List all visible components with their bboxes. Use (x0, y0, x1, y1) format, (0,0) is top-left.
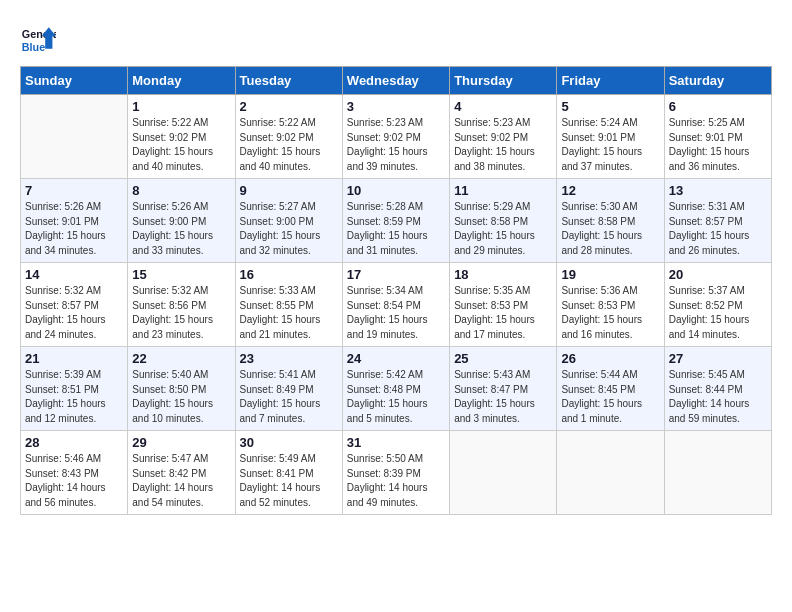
day-info: Sunrise: 5:23 AM Sunset: 9:02 PM Dayligh… (454, 116, 552, 174)
day-number: 30 (240, 435, 338, 450)
day-info: Sunrise: 5:36 AM Sunset: 8:53 PM Dayligh… (561, 284, 659, 342)
day-number: 13 (669, 183, 767, 198)
calendar-cell: 20Sunrise: 5:37 AM Sunset: 8:52 PM Dayli… (664, 263, 771, 347)
calendar-cell: 13Sunrise: 5:31 AM Sunset: 8:57 PM Dayli… (664, 179, 771, 263)
day-number: 7 (25, 183, 123, 198)
calendar-cell: 10Sunrise: 5:28 AM Sunset: 8:59 PM Dayli… (342, 179, 449, 263)
day-info: Sunrise: 5:41 AM Sunset: 8:49 PM Dayligh… (240, 368, 338, 426)
day-number: 26 (561, 351, 659, 366)
calendar-cell: 9Sunrise: 5:27 AM Sunset: 9:00 PM Daylig… (235, 179, 342, 263)
header: General Blue (20, 20, 772, 56)
calendar-cell: 6Sunrise: 5:25 AM Sunset: 9:01 PM Daylig… (664, 95, 771, 179)
day-info: Sunrise: 5:26 AM Sunset: 9:00 PM Dayligh… (132, 200, 230, 258)
calendar-cell: 29Sunrise: 5:47 AM Sunset: 8:42 PM Dayli… (128, 431, 235, 515)
day-info: Sunrise: 5:37 AM Sunset: 8:52 PM Dayligh… (669, 284, 767, 342)
calendar-cell: 27Sunrise: 5:45 AM Sunset: 8:44 PM Dayli… (664, 347, 771, 431)
day-number: 21 (25, 351, 123, 366)
calendar-week-row: 7Sunrise: 5:26 AM Sunset: 9:01 PM Daylig… (21, 179, 772, 263)
day-number: 31 (347, 435, 445, 450)
day-number: 22 (132, 351, 230, 366)
day-info: Sunrise: 5:22 AM Sunset: 9:02 PM Dayligh… (132, 116, 230, 174)
day-number: 5 (561, 99, 659, 114)
day-number: 4 (454, 99, 552, 114)
calendar-cell: 26Sunrise: 5:44 AM Sunset: 8:45 PM Dayli… (557, 347, 664, 431)
calendar-cell: 5Sunrise: 5:24 AM Sunset: 9:01 PM Daylig… (557, 95, 664, 179)
day-number: 16 (240, 267, 338, 282)
calendar-cell: 22Sunrise: 5:40 AM Sunset: 8:50 PM Dayli… (128, 347, 235, 431)
logo: General Blue (20, 20, 60, 56)
day-info: Sunrise: 5:39 AM Sunset: 8:51 PM Dayligh… (25, 368, 123, 426)
calendar-header-monday: Monday (128, 67, 235, 95)
day-number: 24 (347, 351, 445, 366)
day-number: 23 (240, 351, 338, 366)
day-number: 18 (454, 267, 552, 282)
calendar-header-friday: Friday (557, 67, 664, 95)
day-number: 17 (347, 267, 445, 282)
day-number: 14 (25, 267, 123, 282)
calendar-table: SundayMondayTuesdayWednesdayThursdayFrid… (20, 66, 772, 515)
day-info: Sunrise: 5:25 AM Sunset: 9:01 PM Dayligh… (669, 116, 767, 174)
day-number: 8 (132, 183, 230, 198)
calendar-cell (664, 431, 771, 515)
day-number: 10 (347, 183, 445, 198)
calendar-week-row: 1Sunrise: 5:22 AM Sunset: 9:02 PM Daylig… (21, 95, 772, 179)
calendar-cell: 16Sunrise: 5:33 AM Sunset: 8:55 PM Dayli… (235, 263, 342, 347)
day-info: Sunrise: 5:32 AM Sunset: 8:56 PM Dayligh… (132, 284, 230, 342)
calendar-week-row: 28Sunrise: 5:46 AM Sunset: 8:43 PM Dayli… (21, 431, 772, 515)
day-info: Sunrise: 5:42 AM Sunset: 8:48 PM Dayligh… (347, 368, 445, 426)
day-number: 25 (454, 351, 552, 366)
day-number: 12 (561, 183, 659, 198)
day-info: Sunrise: 5:28 AM Sunset: 8:59 PM Dayligh… (347, 200, 445, 258)
calendar-cell: 31Sunrise: 5:50 AM Sunset: 8:39 PM Dayli… (342, 431, 449, 515)
calendar-header-row: SundayMondayTuesdayWednesdayThursdayFrid… (21, 67, 772, 95)
day-info: Sunrise: 5:47 AM Sunset: 8:42 PM Dayligh… (132, 452, 230, 510)
day-number: 11 (454, 183, 552, 198)
calendar-cell: 3Sunrise: 5:23 AM Sunset: 9:02 PM Daylig… (342, 95, 449, 179)
day-info: Sunrise: 5:23 AM Sunset: 9:02 PM Dayligh… (347, 116, 445, 174)
calendar-cell (557, 431, 664, 515)
day-info: Sunrise: 5:26 AM Sunset: 9:01 PM Dayligh… (25, 200, 123, 258)
calendar-cell: 28Sunrise: 5:46 AM Sunset: 8:43 PM Dayli… (21, 431, 128, 515)
day-number: 3 (347, 99, 445, 114)
calendar-cell: 2Sunrise: 5:22 AM Sunset: 9:02 PM Daylig… (235, 95, 342, 179)
calendar-cell: 7Sunrise: 5:26 AM Sunset: 9:01 PM Daylig… (21, 179, 128, 263)
day-info: Sunrise: 5:32 AM Sunset: 8:57 PM Dayligh… (25, 284, 123, 342)
calendar-week-row: 14Sunrise: 5:32 AM Sunset: 8:57 PM Dayli… (21, 263, 772, 347)
calendar-cell: 1Sunrise: 5:22 AM Sunset: 9:02 PM Daylig… (128, 95, 235, 179)
day-info: Sunrise: 5:27 AM Sunset: 9:00 PM Dayligh… (240, 200, 338, 258)
day-info: Sunrise: 5:44 AM Sunset: 8:45 PM Dayligh… (561, 368, 659, 426)
calendar-cell: 23Sunrise: 5:41 AM Sunset: 8:49 PM Dayli… (235, 347, 342, 431)
day-number: 6 (669, 99, 767, 114)
calendar-cell: 17Sunrise: 5:34 AM Sunset: 8:54 PM Dayli… (342, 263, 449, 347)
calendar-body: 1Sunrise: 5:22 AM Sunset: 9:02 PM Daylig… (21, 95, 772, 515)
day-info: Sunrise: 5:40 AM Sunset: 8:50 PM Dayligh… (132, 368, 230, 426)
calendar-cell: 14Sunrise: 5:32 AM Sunset: 8:57 PM Dayli… (21, 263, 128, 347)
logo-icon: General Blue (20, 20, 56, 56)
day-info: Sunrise: 5:24 AM Sunset: 9:01 PM Dayligh… (561, 116, 659, 174)
calendar-header-saturday: Saturday (664, 67, 771, 95)
day-info: Sunrise: 5:35 AM Sunset: 8:53 PM Dayligh… (454, 284, 552, 342)
calendar-header-tuesday: Tuesday (235, 67, 342, 95)
day-info: Sunrise: 5:50 AM Sunset: 8:39 PM Dayligh… (347, 452, 445, 510)
day-number: 15 (132, 267, 230, 282)
calendar-header-wednesday: Wednesday (342, 67, 449, 95)
calendar-cell: 24Sunrise: 5:42 AM Sunset: 8:48 PM Dayli… (342, 347, 449, 431)
day-info: Sunrise: 5:49 AM Sunset: 8:41 PM Dayligh… (240, 452, 338, 510)
day-info: Sunrise: 5:34 AM Sunset: 8:54 PM Dayligh… (347, 284, 445, 342)
day-info: Sunrise: 5:30 AM Sunset: 8:58 PM Dayligh… (561, 200, 659, 258)
day-number: 2 (240, 99, 338, 114)
calendar-cell (21, 95, 128, 179)
day-number: 20 (669, 267, 767, 282)
day-number: 19 (561, 267, 659, 282)
day-number: 29 (132, 435, 230, 450)
calendar-cell (450, 431, 557, 515)
day-info: Sunrise: 5:43 AM Sunset: 8:47 PM Dayligh… (454, 368, 552, 426)
day-info: Sunrise: 5:45 AM Sunset: 8:44 PM Dayligh… (669, 368, 767, 426)
day-number: 1 (132, 99, 230, 114)
calendar-cell: 21Sunrise: 5:39 AM Sunset: 8:51 PM Dayli… (21, 347, 128, 431)
day-info: Sunrise: 5:31 AM Sunset: 8:57 PM Dayligh… (669, 200, 767, 258)
calendar-cell: 19Sunrise: 5:36 AM Sunset: 8:53 PM Dayli… (557, 263, 664, 347)
calendar-cell: 12Sunrise: 5:30 AM Sunset: 8:58 PM Dayli… (557, 179, 664, 263)
day-info: Sunrise: 5:46 AM Sunset: 8:43 PM Dayligh… (25, 452, 123, 510)
calendar-cell: 11Sunrise: 5:29 AM Sunset: 8:58 PM Dayli… (450, 179, 557, 263)
